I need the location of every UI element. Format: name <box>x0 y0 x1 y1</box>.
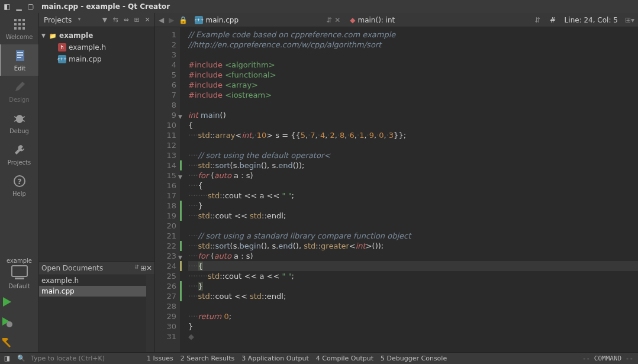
status-bar: ◨ 🔍 Type to locate (Ctrl+K) 1 Issues 2 S… <box>0 352 638 364</box>
play-icon <box>0 295 13 308</box>
close-tab-icon[interactable]: ✕ <box>334 16 340 24</box>
symbol-combo[interactable]: ◆ main(): int ⇵ <box>346 15 544 25</box>
open-doc-item[interactable]: main.cpp <box>39 286 154 297</box>
svg-rect-10 <box>17 52 23 53</box>
build-button[interactable] <box>0 332 38 352</box>
file-tab[interactable]: c++ main.cpp ⇵ ✕ <box>191 15 344 25</box>
svg-rect-3 <box>14 23 17 25</box>
svg-rect-7 <box>18 27 21 30</box>
split-icon[interactable]: ⊞ <box>140 264 146 272</box>
help-icon: ? <box>13 175 26 188</box>
window-menu-icon[interactable]: ◧ <box>4 3 11 10</box>
folder-icon: 📁 <box>49 31 57 40</box>
projects-combo[interactable]: Projects <box>41 15 82 25</box>
tree-item-label: main.cpp <box>69 55 102 63</box>
run-debug-button[interactable] <box>0 312 38 332</box>
play-bug-icon <box>0 315 13 328</box>
projects-toolbar: Projects ▼ ⇆ ⇔ ⊞ ✕ <box>39 13 154 27</box>
svg-rect-5 <box>22 23 25 25</box>
svg-line-17 <box>22 120 25 121</box>
tree-root[interactable]: ▼ 📁 example <box>39 30 154 41</box>
editor-toolbar: ◀ ▶ 🔒 c++ main.cpp ⇵ ✕ ◆ main(): int ⇵ #… <box>155 13 638 27</box>
toggle-sidebar-icon[interactable]: ◨ <box>0 355 14 362</box>
svg-line-14 <box>14 117 17 118</box>
code-area[interactable]: // Example code based on cppreference.co… <box>180 27 638 352</box>
chevron-down-icon[interactable]: ▼ <box>41 33 49 38</box>
bug-icon <box>13 112 26 125</box>
tree-item[interactable]: c++ main.cpp <box>39 53 154 65</box>
side-panel: Projects ▼ ⇆ ⇔ ⊞ ✕ ▼ 📁 example h example… <box>39 13 155 352</box>
open-documents-header: Open Documents ⊞ ✕ <box>39 261 154 275</box>
open-documents-combo[interactable]: Open Documents <box>41 264 140 272</box>
svg-rect-4 <box>18 23 21 25</box>
svg-rect-6 <box>14 27 17 30</box>
file-tab-label: main.cpp <box>205 16 239 24</box>
code-editor[interactable]: 123456789▼101112131415▼1617181920212223▼… <box>155 27 638 352</box>
mode-welcome[interactable]: Welcome <box>0 13 38 44</box>
kit-selector[interactable]: example Default <box>0 255 38 292</box>
scrollbar[interactable] <box>146 275 154 352</box>
maximize-icon[interactable]: ▢ <box>27 3 34 10</box>
kit-project-label: example <box>0 257 38 264</box>
grid-icon <box>13 18 26 31</box>
mode-help[interactable]: ? Help <box>0 170 38 201</box>
sync-icon[interactable]: ⇆ <box>111 15 120 25</box>
line-gutter[interactable]: 123456789▼101112131415▼1617181920212223▼… <box>155 27 180 352</box>
vim-mode-indicator: -- COMMAND -- <box>582 355 638 362</box>
function-icon: ◆ <box>350 16 355 24</box>
kit-name-label: Default <box>0 283 38 289</box>
minimize-icon[interactable]: ▁ <box>15 3 22 10</box>
svg-rect-1 <box>18 19 21 21</box>
tree-root-label: example <box>59 31 93 40</box>
output-panes: 1 Issues 2 Search Results 3 Application … <box>141 355 449 362</box>
locator-input[interactable]: Type to locate (Ctrl+K) <box>28 355 141 362</box>
svg-rect-0 <box>14 19 17 21</box>
nav-forward-icon[interactable]: ▶ <box>167 16 175 24</box>
document-icon <box>14 49 27 62</box>
nav-back-icon[interactable]: ◀ <box>157 16 165 24</box>
cpp-file-icon: c++ <box>58 55 66 63</box>
svg-line-15 <box>22 117 25 118</box>
mode-edit[interactable]: Edit <box>0 44 38 76</box>
output-pane-tab[interactable]: 4 Compile Output <box>314 355 376 362</box>
monitor-icon <box>11 265 28 277</box>
svg-point-20 <box>7 321 12 327</box>
mode-projects[interactable]: Projects <box>0 138 38 170</box>
run-button[interactable] <box>0 292 38 312</box>
link-icon[interactable]: ⇔ <box>121 15 131 25</box>
svg-rect-11 <box>17 54 23 56</box>
tree-item[interactable]: h example.h <box>39 41 154 53</box>
editor-area: ◀ ▶ 🔒 c++ main.cpp ⇵ ✕ ◆ main(): int ⇵ #… <box>155 13 638 352</box>
open-doc-item[interactable]: example.h <box>39 275 154 286</box>
tree-item-label: example.h <box>69 43 106 51</box>
title-bar: ◧ ▁ ▢ main.cpp - example - Qt Creator <box>0 0 638 13</box>
pencil-icon <box>13 80 26 94</box>
svg-text:?: ? <box>17 177 22 186</box>
search-icon[interactable]: 🔍 <box>14 355 28 362</box>
output-pane-tab[interactable]: 3 Application Output <box>239 355 311 362</box>
wrench-icon <box>13 143 26 156</box>
open-documents-list[interactable]: example.h main.cpp <box>39 275 154 352</box>
symbol-label: main(): int <box>357 16 395 24</box>
output-pane-tab[interactable]: 5 Debugger Console <box>378 355 449 362</box>
svg-point-13 <box>16 115 23 123</box>
hammer-icon <box>0 336 13 349</box>
mode-design[interactable]: Design <box>0 76 38 107</box>
project-tree[interactable]: ▼ 📁 example h example.h c++ main.cpp <box>39 27 154 261</box>
cursor-position[interactable]: # Line: 24, Col: 5 <box>546 16 621 24</box>
output-pane-tab[interactable]: 2 Search Results <box>178 355 237 362</box>
filter-icon[interactable]: ▼ <box>100 15 109 25</box>
close-panel-icon[interactable]: ✕ <box>143 15 152 25</box>
mode-bar: Welcome Edit Design Debug Projects ? Hel… <box>0 13 39 352</box>
svg-rect-2 <box>22 19 25 21</box>
output-pane-tab[interactable]: 1 Issues <box>144 355 176 362</box>
mode-debug[interactable]: Debug <box>0 107 38 138</box>
lock-icon[interactable]: 🔒 <box>178 16 189 24</box>
split-icon[interactable]: ⊞ <box>132 15 141 25</box>
window-title: main.cpp - example - Qt Creator <box>41 2 170 11</box>
close-panel-icon[interactable]: ✕ <box>146 264 152 272</box>
svg-rect-8 <box>22 27 25 30</box>
cpp-file-icon: c++ <box>195 16 203 24</box>
svg-rect-12 <box>17 57 21 58</box>
split-editor-icon[interactable]: ⊞▾ <box>624 16 636 24</box>
